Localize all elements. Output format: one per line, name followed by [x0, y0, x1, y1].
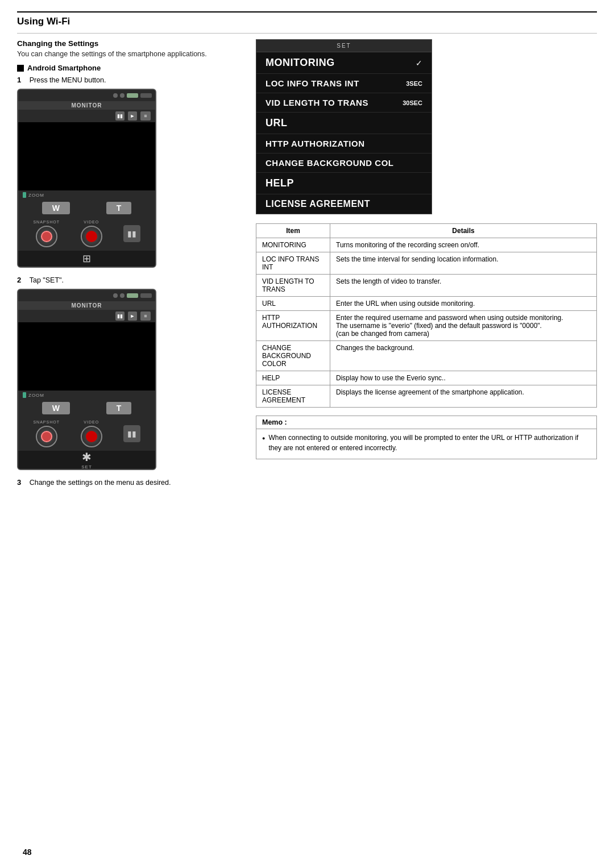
- memo-text-1: When connecting to outside monitoring, y…: [268, 433, 591, 453]
- menu-panel: SET MONITORING ✓ LOC INFO TRANS INT 3SEC…: [256, 39, 432, 214]
- pause-button-2[interactable]: ▮▮: [123, 425, 140, 442]
- table-row-change-bg: CHANGEBACKGROUNDCOLOR Changes the backgr…: [256, 341, 597, 371]
- table-header-details: Details: [330, 224, 597, 238]
- phone-label-monitor-2: MONITOR: [18, 301, 155, 310]
- signal-icon-2: [140, 293, 152, 298]
- menu-icon-1[interactable]: ≡: [140, 111, 151, 121]
- zoom-label-1: ZOOM: [28, 193, 44, 198]
- snap-btn-inner-1: [41, 231, 52, 242]
- phone-zoom-bar-2: ZOOM: [18, 391, 155, 400]
- subsection-title: Android Smartphone: [17, 64, 244, 72]
- pause-icon-2[interactable]: ▮▮: [115, 312, 125, 321]
- rec-btn-inner-2: [86, 431, 97, 442]
- pause-button-1[interactable]: ▮▮: [123, 225, 140, 242]
- table-cell-details-vid: Sets the length of video to transfer.: [330, 275, 597, 297]
- memo-box: Memo : When connecting to outside monito…: [256, 416, 597, 459]
- table-cell-item-monitoring: MONITORING: [256, 238, 330, 252]
- phone-label-monitor-1: MONITOR: [18, 101, 155, 110]
- table-cell-details-license: Displays the license agreement of the sm…: [330, 385, 597, 408]
- menu-item-value-vid: 30SEC: [403, 99, 422, 106]
- phone-video-area-1: [18, 122, 155, 190]
- arrow-icon-2[interactable]: ►: [128, 312, 137, 321]
- snap-button-1[interactable]: [36, 226, 57, 247]
- phone-controls-2: ▮▮ ► ≡: [18, 310, 155, 322]
- table-cell-details-help: Display how to use the Everio sync..: [330, 371, 597, 385]
- table-row-vid-length: VID LENGTH TO TRANS Sets the length of v…: [256, 275, 597, 297]
- phone-mock-2: MONITOR ▮▮ ► ≡ ZOOM W T SNAPSHOT: [17, 289, 156, 470]
- menu-item-value-loc: 3SEC: [406, 80, 422, 87]
- table-cell-item-loc: LOC INFO TRANS INT: [256, 252, 330, 275]
- phone-mock-1: MONITOR ▮▮ ► ≡ ZOOM W T: [17, 89, 156, 268]
- header-divider: [17, 33, 597, 34]
- intro-text: You can change the settings of the smart…: [17, 50, 244, 58]
- menu-item-text-url: URL: [265, 117, 288, 129]
- rec-button-2[interactable]: [81, 426, 102, 447]
- table-cell-details-monitoring: Turns monitoring of the recording screen…: [330, 238, 597, 252]
- t-button-2[interactable]: T: [106, 402, 132, 414]
- phone-btn-row-1: SNAPSHOT VIDEO ▮▮: [18, 217, 155, 251]
- status-dot-2: [120, 93, 125, 98]
- step3-label: 3 Change the settings on the menu as des…: [17, 478, 244, 487]
- snap-label-2: SNAPSHOT: [33, 420, 60, 424]
- right-column: SET MONITORING ✓ LOC INFO TRANS INT 3SEC…: [256, 39, 597, 490]
- page-title: Using Wi-Fi: [17, 16, 70, 27]
- arrow-icon-1[interactable]: ►: [128, 111, 137, 121]
- phone-bottom-bar-1: ⊞: [18, 251, 155, 267]
- page-header: Using Wi-Fi: [17, 16, 597, 27]
- table-row-license: LICENSEAGREEMENT Displays the license ag…: [256, 385, 597, 408]
- snap-btn-inner-2: [41, 431, 52, 442]
- bottom-icon-1: ⊞: [82, 252, 91, 265]
- set-text-label: SET: [81, 464, 92, 470]
- phone-top-bar-2: [18, 290, 155, 301]
- table-row-http: HTTPAUTHORIZATION Enter the required use…: [256, 311, 597, 341]
- video-group-1: VIDEO: [81, 220, 102, 247]
- step1-label: 1 Press the MENU button.: [17, 76, 244, 84]
- menu-item-license[interactable]: LICENSE AGREEMENT: [256, 194, 432, 214]
- table-cell-details-http: Enter the required username and password…: [330, 311, 597, 341]
- snap-button-2[interactable]: [36, 426, 57, 447]
- vid-label-2: VIDEO: [84, 420, 99, 424]
- menu-item-text-loc: LOC INFO TRANS INT: [265, 78, 359, 88]
- menu-item-vid-length[interactable]: VID LENGTH TO TRANS 30SEC: [256, 93, 432, 113]
- table-header-item: Item: [256, 224, 330, 238]
- snap-label-1: SNAPSHOT: [33, 220, 60, 224]
- table-cell-item-http: HTTPAUTHORIZATION: [256, 311, 330, 341]
- set-icon: ✱: [82, 450, 92, 464]
- table-cell-item-bg: CHANGEBACKGROUNDCOLOR: [256, 341, 330, 371]
- pause-icon-1[interactable]: ▮▮: [115, 111, 125, 121]
- menu-item-url[interactable]: URL: [256, 113, 432, 134]
- menu-item-text-vid: VID LENGTH TO TRANS: [265, 98, 368, 107]
- table-row-url: URL Enter the URL when using outside mon…: [256, 297, 597, 311]
- status-dot-3: [113, 293, 118, 298]
- phone-btn-row-2: SNAPSHOT VIDEO ▮▮: [18, 417, 155, 451]
- table-cell-details-bg: Changes the background.: [330, 341, 597, 371]
- table-cell-item-vid: VID LENGTH TO TRANS: [256, 275, 330, 297]
- menu-item-change-bg[interactable]: CHANGE BACKGROUND COL: [256, 153, 432, 173]
- w-button-1[interactable]: W: [42, 202, 70, 214]
- menu-icon-2[interactable]: ≡: [140, 312, 151, 321]
- menu-item-text-help: HELP: [265, 177, 294, 189]
- main-content: Changing the Settings You can change the…: [17, 39, 597, 490]
- t-button-1[interactable]: T: [106, 202, 132, 214]
- step2-label: 2 Tap "SET".: [17, 276, 244, 284]
- w-button-2[interactable]: W: [42, 402, 70, 414]
- rec-button-1[interactable]: [81, 226, 102, 247]
- battery-icon-2: [127, 293, 138, 298]
- menu-item-help[interactable]: HELP: [256, 173, 432, 194]
- set-icon-area: ✱ SET: [18, 451, 155, 469]
- phone-zoom-bar-1: ZOOM: [18, 190, 155, 200]
- top-border: [17, 11, 597, 13]
- info-table: Item Details MONITORING Turns monitoring…: [256, 223, 597, 408]
- phone-controls-1: ▮▮ ► ≡: [18, 110, 155, 122]
- table-row-monitoring: MONITORING Turns monitoring of the recor…: [256, 238, 597, 252]
- memo-header: Memo :: [256, 416, 596, 429]
- memo-bullet-dot-1: [262, 433, 265, 453]
- step2-text: Tap "SET".: [30, 276, 64, 284]
- menu-item-http[interactable]: HTTP AUTHORIZATION: [256, 134, 432, 153]
- menu-item-loc-info[interactable]: LOC INFO TRANS INT 3SEC: [256, 74, 432, 93]
- step1-text: Press the MENU button.: [30, 76, 106, 84]
- table-cell-item-help: HELP: [256, 371, 330, 385]
- menu-item-monitoring[interactable]: MONITORING ✓: [256, 52, 432, 74]
- snapshot-group-1: SNAPSHOT: [33, 220, 60, 247]
- table-cell-item-license: LICENSEAGREEMENT: [256, 385, 330, 408]
